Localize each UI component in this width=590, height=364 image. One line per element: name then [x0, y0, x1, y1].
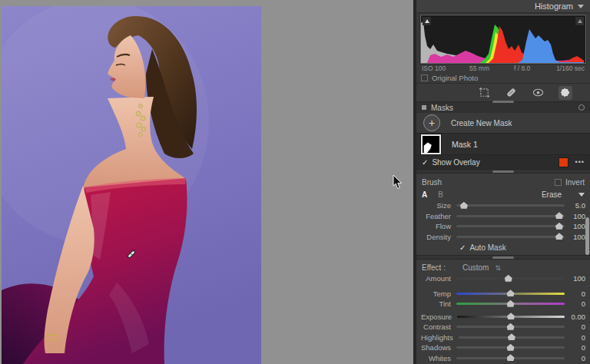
slider-contrast: Contrast 0 [416, 322, 590, 333]
section-divider [416, 169, 590, 174]
overlay-color-swatch[interactable] [559, 157, 568, 167]
slider-track[interactable] [456, 277, 565, 280]
slider-label[interactable]: Feather [421, 212, 456, 220]
exif-info: ISO 100 55 mm f / 8.0 1/160 sec [416, 64, 590, 73]
panel-resize-grip[interactable] [492, 256, 514, 259]
mask-list-item[interactable]: Mask 1 [416, 133, 590, 155]
effect-preset-dropdown[interactable]: Custom [462, 263, 489, 272]
crop-tool-icon[interactable] [478, 86, 492, 100]
slider-label[interactable]: Temp [421, 290, 456, 298]
healing-tool-icon[interactable] [505, 86, 519, 100]
slider-track[interactable] [456, 225, 565, 227]
slider-track[interactable] [456, 215, 565, 217]
red-eye-tool-icon[interactable] [532, 86, 545, 100]
slider-thumb[interactable] [507, 290, 515, 296]
original-photo-checkbox[interactable] [421, 74, 428, 81]
slider-thumb[interactable] [507, 344, 515, 351]
slider-value[interactable]: 0 [565, 299, 585, 308]
panel-collapse-icon[interactable] [578, 5, 584, 8]
slider-label[interactable]: Flow [421, 222, 456, 230]
histogram-canvas[interactable] [420, 15, 586, 64]
slider-value[interactable]: 100 [565, 212, 585, 220]
slider-thumb[interactable] [555, 223, 563, 230]
slider-value[interactable]: 5.0 [565, 201, 585, 210]
highlight-clipping-indicator[interactable] [575, 17, 584, 25]
show-overlay-checkmark[interactable]: ✓ [422, 158, 428, 167]
brush-b-button[interactable]: B [438, 190, 443, 199]
slider-value[interactable]: 0 [565, 343, 585, 352]
slider-label[interactable]: Tint [421, 299, 456, 308]
slider-label[interactable]: Amount [421, 274, 456, 283]
mouse-cursor [393, 175, 403, 190]
slider-label[interactable]: Exposure [421, 313, 457, 321]
masks-panel-icon [422, 105, 426, 110]
model-portrait-photo [2, 6, 261, 364]
slider-track[interactable] [456, 346, 565, 349]
brush-collapse-icon[interactable] [578, 193, 585, 197]
slider-value[interactable]: 100 [565, 222, 585, 230]
slider-label[interactable]: Shadows [421, 343, 456, 352]
slider-thumb[interactable] [508, 333, 515, 340]
photo-canvas[interactable] [2, 6, 261, 364]
overlay-options-icon[interactable]: ••• [572, 158, 585, 166]
slider-thumb[interactable] [507, 323, 515, 330]
mask-pin-icon[interactable] [126, 249, 137, 260]
slider-value[interactable]: 0 [565, 290, 585, 298]
brush-a-button[interactable]: A [422, 190, 427, 199]
slider-thumb[interactable] [460, 202, 468, 209]
panel-scrollbar[interactable] [585, 217, 589, 255]
slider-thumb[interactable] [507, 313, 515, 319]
create-new-mask-row[interactable]: + Create New Mask [416, 113, 590, 133]
slider-track[interactable] [456, 357, 565, 359]
slider-label[interactable]: Highlights [421, 333, 459, 342]
original-photo-label: Original Photo [432, 74, 478, 82]
histogram-plot [421, 15, 584, 63]
slider-track[interactable] [456, 236, 565, 238]
slider-label[interactable]: Contrast [421, 323, 456, 331]
lightroom-develop-view: Histogram ISO 100 55 mm f / 8.0 [0, 0, 590, 364]
slider-label[interactable]: Whites [421, 354, 456, 362]
slider-label[interactable]: Size [421, 201, 456, 210]
slider-thumb[interactable] [507, 354, 515, 361]
slider-value[interactable]: 0 [565, 323, 585, 331]
shadow-clipping-indicator[interactable] [423, 17, 431, 25]
slider-track[interactable] [456, 326, 565, 328]
slider-value[interactable]: 0 [565, 354, 585, 362]
auto-mask-label[interactable]: Auto Mask [469, 243, 505, 252]
slider-value[interactable]: 0.00 [565, 313, 585, 321]
panel-resize-grip[interactable] [492, 101, 514, 103]
slider-value[interactable]: 100 [565, 274, 585, 283]
masking-tool-icon[interactable] [559, 86, 572, 100]
show-overlay-row[interactable]: ✓ Show Overlay ••• [416, 155, 590, 169]
panel-resize-grip[interactable] [492, 170, 514, 173]
exif-iso: ISO 100 [422, 65, 469, 72]
slider-feather: Feather 100 [416, 211, 590, 222]
slider-density: Density 100 [416, 232, 590, 243]
slider-thumb[interactable] [555, 212, 563, 219]
slider-thumb[interactable] [505, 275, 512, 282]
slider-value[interactable]: 100 [565, 233, 585, 241]
slider-flow: Flow 100 [416, 221, 590, 232]
brush-erase-button[interactable]: Erase [542, 190, 562, 199]
slider-track[interactable] [456, 204, 565, 207]
slider-track[interactable] [457, 316, 565, 318]
masks-title: Masks [431, 104, 453, 112]
invert-checkbox[interactable] [555, 179, 562, 186]
slider-track[interactable] [456, 303, 565, 305]
slider-thumb[interactable] [507, 300, 515, 307]
brush-section: Brush Invert A B Erase Size 5.0 Feather [416, 174, 590, 255]
auto-mask-checkmark[interactable]: ✓ [459, 243, 466, 252]
masks-panel-header[interactable]: Masks [416, 101, 590, 113]
slider-shadows: Shadows 0 [416, 342, 590, 353]
slider-thumb[interactable] [555, 233, 563, 240]
histogram-panel-header[interactable]: Histogram [416, 0, 590, 13]
slider-track[interactable] [456, 293, 565, 295]
slider-tint: Tint 0 [416, 299, 590, 309]
add-mask-button[interactable]: + [423, 114, 440, 131]
slider-label[interactable]: Density [421, 233, 456, 241]
preset-arrows-icon[interactable]: ⇅ [495, 264, 501, 272]
panel-switch-icon[interactable] [578, 104, 585, 111]
slider-value[interactable]: 0 [565, 333, 585, 342]
slider-track[interactable] [459, 336, 565, 339]
mask-item-label: Mask 1 [452, 140, 478, 149]
